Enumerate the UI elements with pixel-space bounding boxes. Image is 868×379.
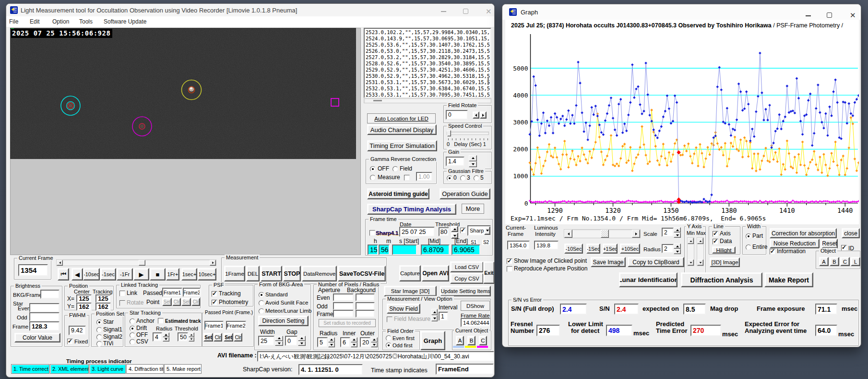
- rotate-checkbox[interactable]: [119, 300, 125, 306]
- measurement-save-csv-button[interactable]: SaveToCSV-File: [338, 266, 386, 281]
- ymin-scrollbar[interactable]: [687, 237, 694, 266]
- measurement-del-button[interactable]: DEL: [246, 266, 260, 281]
- frame-scroll-thumb[interactable]: [139, 260, 145, 266]
- minimize-icon[interactable]: [441, 11, 446, 12]
- timing-step-2[interactable]: 2. XML element: [50, 364, 89, 374]
- pix-odd-aperture[interactable]: [333, 302, 354, 310]
- spinner-button[interactable]: [469, 161, 477, 168]
- transport-back-10sec-button[interactable]: -10sec: [83, 268, 100, 281]
- luminous-intensity-field[interactable]: 139.8: [534, 241, 559, 250]
- scale-field[interactable]: 2: [662, 228, 674, 237]
- linked-frame1-field[interactable]: Frame1: [162, 288, 182, 297]
- object-c-button[interactable]: C: [479, 336, 487, 345]
- width-entire-radio[interactable]: [746, 245, 751, 250]
- sharp-combo-dropdown[interactable]: [484, 226, 490, 235]
- lower-limit-field[interactable]: 498: [606, 325, 632, 336]
- bkg-frame-field[interactable]: [40, 290, 59, 299]
- gamma-field-radio[interactable]: [392, 166, 398, 172]
- expected-on-field[interactable]: 8.5: [683, 304, 706, 315]
- auto-location-led-button[interactable]: Auto Location for LED: [367, 113, 436, 123]
- pos-x-center[interactable]: 125: [76, 294, 92, 303]
- operation-guide-button[interactable]: Operation Guide: [440, 188, 490, 199]
- asteroid-guide-button[interactable]: Asteroid timing guide: [367, 188, 429, 199]
- linked-frame2-field[interactable]: Frame2: [183, 288, 201, 297]
- csv-vscroll-thumb[interactable]: [488, 77, 489, 85]
- avi-filename-field[interactable]: I:\A-えんぺい観測\観測記録2025\07-12月\20250725◎Hor…: [257, 351, 494, 362]
- audio-channel-button[interactable]: Audio Channel Display: [367, 124, 437, 135]
- bkg-meteor-limb-radio[interactable]: [259, 308, 264, 314]
- transport-fwd-1frame-button[interactable]: 1Fr+: [166, 268, 179, 281]
- pix-frame-background[interactable]: [356, 310, 375, 318]
- current-frame-field[interactable]: 1354: [18, 264, 48, 276]
- star-tracking-csv-radio[interactable]: [130, 339, 135, 345]
- object-b-button[interactable]: B: [467, 336, 476, 345]
- sharpcap-analysis-button[interactable]: SharpCap Timing Analysis: [367, 204, 456, 215]
- spinner-button[interactable]: [163, 337, 169, 342]
- star-odd-field[interactable]: [29, 312, 59, 321]
- light-curve-plot[interactable]: 0100020003000400050001290132013501380141…: [505, 20, 859, 224]
- track-threshold-field[interactable]: 50: [178, 332, 188, 342]
- save-image-button[interactable]: Save Image: [591, 257, 626, 267]
- id-checkbox[interactable]: [841, 245, 847, 251]
- gaussian-0-radio[interactable]: [447, 175, 452, 181]
- menu-edit[interactable]: Edit: [30, 16, 40, 27]
- position-set-signal2-radio[interactable]: [96, 334, 102, 340]
- spinner-button[interactable]: [351, 337, 357, 342]
- pix-even-background[interactable]: [356, 293, 375, 301]
- spinner-button[interactable]: [275, 341, 283, 346]
- reproduce-aperture-checkbox[interactable]: [507, 266, 512, 272]
- pix-inner-spinner[interactable]: [351, 337, 357, 347]
- line-data-checkbox[interactable]: [713, 239, 718, 245]
- spinner-button[interactable]: [163, 332, 169, 337]
- timing-step-4[interactable]: 4. Diffraction tit: [126, 364, 164, 374]
- gaussian-5-radio[interactable]: [474, 175, 479, 181]
- graph-object-c-button[interactable]: C: [840, 257, 850, 266]
- position-set-star-radio[interactable]: [96, 319, 102, 325]
- interval-spinner[interactable]: [431, 309, 438, 321]
- direction-setting-button[interactable]: Direction Setting: [258, 316, 309, 326]
- line-axis-checkbox[interactable]: [713, 231, 718, 237]
- menu-tools[interactable]: Tools: [79, 16, 93, 27]
- show-field-button[interactable]: Show Field: [387, 304, 420, 314]
- ymax-scrollbar[interactable]: [697, 237, 704, 266]
- capture-button[interactable]: Capture: [399, 265, 421, 281]
- graph-current-frame-field[interactable]: 1354.0: [507, 241, 530, 250]
- transport-play-button[interactable]: ▶: [133, 268, 149, 281]
- graph-close-button[interactable]: close: [842, 228, 860, 238]
- even-first-radio[interactable]: [386, 335, 392, 341]
- reset-button[interactable]: Reset: [821, 239, 838, 248]
- pos-x-tracking[interactable]: 125: [95, 294, 111, 303]
- bkg-width-spinner[interactable]: [275, 336, 283, 346]
- graph-scrollbar[interactable]: [564, 229, 641, 238]
- transport-fwd-10sec-button[interactable]: 10sec+: [198, 268, 216, 281]
- graph-button[interactable]: Graph: [420, 331, 445, 350]
- graph-scroll-left[interactable]: [564, 230, 572, 238]
- exit-button[interactable]: Exit: [483, 261, 495, 284]
- gamma-measure-radio[interactable]: [370, 175, 376, 181]
- graph-back-1sec-button[interactable]: -1Sec: [586, 244, 600, 254]
- graph-object-b-button[interactable]: B: [830, 257, 839, 266]
- set-radius-button[interactable]: Set radius to recorded: [319, 319, 376, 327]
- make-report-button[interactable]: Make Report: [764, 272, 813, 287]
- gain-field[interactable]: 1.4: [446, 157, 464, 166]
- information-checkbox[interactable]: [770, 249, 775, 255]
- gamma-off-radio[interactable]: [370, 166, 376, 172]
- track-radius-spinner[interactable]: [163, 332, 169, 342]
- field-measure-checkbox[interactable]: [387, 317, 392, 322]
- close-icon[interactable]: ✕: [486, 9, 492, 14]
- transport-step-back-button[interactable]: ◀: [71, 268, 83, 281]
- position-set-signal1-radio[interactable]: [96, 327, 102, 333]
- bkg-gap-field[interactable]: 0: [285, 336, 297, 346]
- more-button[interactable]: More: [462, 204, 484, 214]
- menu-file[interactable]: File: [9, 16, 18, 27]
- graph-object-a-button[interactable]: A: [819, 257, 829, 266]
- scale-spinner[interactable]: [674, 227, 681, 238]
- passed-frame1-field[interactable]: Frame1: [204, 321, 224, 330]
- spinner-button[interactable]: [328, 342, 335, 348]
- graph-close-icon[interactable]: ✕: [850, 12, 856, 18]
- spinner-button[interactable]: [469, 155, 477, 161]
- measurement-stop-button[interactable]: STOP: [283, 266, 301, 281]
- spinner-button[interactable]: [674, 227, 681, 232]
- main-title-bar[interactable]: Light Measurement tool for Occultation O…: [6, 4, 494, 16]
- field-rotate-left-button[interactable]: [473, 111, 479, 119]
